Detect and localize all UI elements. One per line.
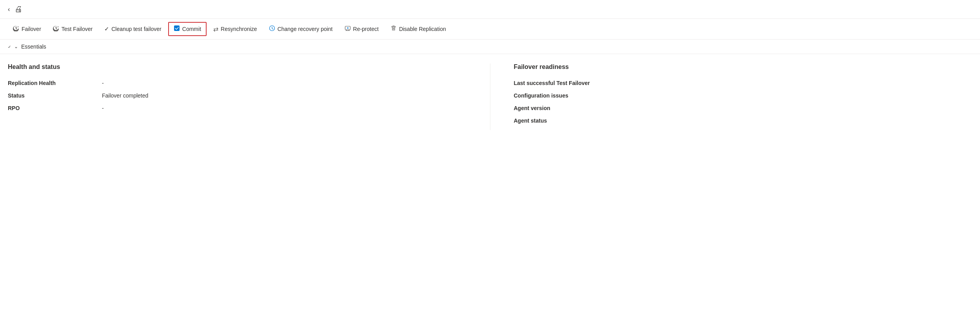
health-status-title: Health and status <box>8 63 466 71</box>
config-issues-item: Configuration issues <box>514 92 973 99</box>
cleanup-test-failover-button[interactable]: ✓ Cleanup test failover <box>99 23 167 35</box>
essentials-header[interactable]: ✓ ⌄ Essentials <box>0 40 980 54</box>
agent-version-item: Agent version <box>514 105 973 111</box>
top-bar: ‹ 🖨 <box>0 0 980 19</box>
agent-status-item: Agent status <box>514 118 973 124</box>
resync-label: Resynchronize <box>221 26 257 32</box>
content-area: Health and status Replication Health - S… <box>0 54 980 139</box>
change-recovery-point-button[interactable]: Change recovery point <box>264 22 338 36</box>
rpo-value: - <box>102 105 104 111</box>
rpo-row: RPO - <box>8 105 466 111</box>
reprotect-label: Re-protect <box>353 26 379 32</box>
test-failover-icon <box>53 25 59 33</box>
commit-icon <box>174 25 180 33</box>
last-test-failover-item: Last successful Test Failover <box>514 80 973 86</box>
print-icon[interactable]: 🖨 <box>15 5 22 14</box>
disable-icon <box>390 25 397 33</box>
right-panel: Failover readiness Last successful Test … <box>490 63 973 130</box>
replication-health-value: - <box>102 80 104 86</box>
toolbar: Failover Test Failover ✓ Cleanup test fa… <box>0 19 980 40</box>
chevron-icon: ⌄ <box>14 44 18 49</box>
resynchronize-button[interactable]: ⇄ Resynchronize <box>208 23 262 36</box>
recovery-label: Change recovery point <box>278 26 333 32</box>
essentials-title: Essentials <box>21 43 46 50</box>
cleanup-label: Cleanup test failover <box>111 26 162 32</box>
replication-health-row: Replication Health - <box>8 80 466 86</box>
recovery-icon <box>269 25 275 33</box>
reprotect-icon <box>345 25 351 33</box>
failover-readiness-title: Failover readiness <box>514 63 973 71</box>
status-value: Failover completed <box>102 92 148 99</box>
test-failover-button[interactable]: Test Failover <box>48 22 98 36</box>
cleanup-icon: ✓ <box>104 26 109 32</box>
replication-health-label: Replication Health <box>8 80 102 86</box>
rpo-label: RPO <box>8 105 102 111</box>
failover-icon <box>13 25 19 33</box>
svg-rect-0 <box>174 25 180 31</box>
failover-label: Failover <box>22 26 41 32</box>
chevron-down-icon: ✓ <box>8 45 11 49</box>
disable-label: Disable Replication <box>399 26 446 32</box>
disable-replication-button[interactable]: Disable Replication <box>385 22 451 36</box>
failover-button[interactable]: Failover <box>8 22 46 36</box>
resync-icon: ⇄ <box>213 25 218 33</box>
re-protect-button[interactable]: Re-protect <box>339 22 384 36</box>
left-panel: Health and status Replication Health - S… <box>8 63 490 130</box>
status-row: Status Failover completed <box>8 92 466 99</box>
back-button[interactable]: ‹ <box>8 6 10 13</box>
commit-button[interactable]: Commit <box>168 22 207 36</box>
test-failover-label: Test Failover <box>62 26 93 32</box>
status-label: Status <box>8 92 102 99</box>
commit-label: Commit <box>182 26 201 32</box>
